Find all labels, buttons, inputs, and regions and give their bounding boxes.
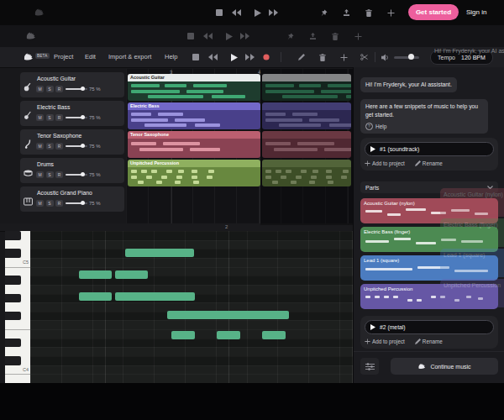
black-key[interactable] (5, 276, 21, 285)
stop-button[interactable] (185, 30, 197, 42)
track-tenor-saxophone[interactable]: Tenor Saxophone M S R 75 % (20, 129, 124, 155)
track-volume-slider[interactable] (66, 202, 87, 205)
clip-tenor-saxophone[interactable]: Tenor Saxophone (128, 131, 260, 158)
add-to-project-button[interactable]: Add to project (365, 160, 405, 166)
midi-note[interactable] (79, 270, 112, 279)
rewind-button[interactable] (230, 7, 242, 18)
solo-button[interactable]: S (46, 200, 54, 207)
record-arm-button[interactable]: R (55, 200, 63, 207)
arrangement-grid[interactable]: 3 4 Acoustic Guitar Electric Bass (126, 69, 353, 225)
menu-help[interactable]: Help (165, 53, 177, 60)
forward-button[interactable] (239, 30, 250, 42)
rename-button[interactable]: Rename (415, 339, 443, 344)
menu-edit[interactable]: Edit (85, 53, 96, 60)
midi-note[interactable] (167, 311, 289, 319)
forward-button[interactable] (267, 7, 279, 18)
rename-button[interactable]: Rename (415, 160, 443, 166)
midi-note[interactable] (262, 331, 286, 339)
part-card-lead-1-square[interactable]: Lead 1 (square) (360, 255, 498, 281)
black-key[interactable] (5, 339, 21, 348)
track-volume-slider[interactable] (66, 117, 87, 119)
record-arm-button[interactable]: R (55, 86, 63, 92)
play-button[interactable] (223, 30, 235, 42)
rewind-button[interactable] (202, 30, 213, 42)
midi-note[interactable] (217, 331, 240, 339)
solo-button[interactable]: S (46, 171, 54, 178)
black-key[interactable] (5, 294, 21, 303)
midi-note[interactable] (171, 331, 195, 339)
share-button[interactable] (340, 7, 352, 18)
add-to-project-button[interactable]: Add to project (365, 339, 405, 344)
mute-button[interactable]: M (36, 200, 44, 207)
mute-button[interactable]: M (36, 171, 44, 178)
speaker-icon[interactable] (380, 51, 391, 63)
share-button[interactable] (307, 30, 318, 42)
piano-roll-grid[interactable] (30, 231, 353, 383)
midi-note[interactable] (79, 292, 112, 301)
clip-acoustic-guitar[interactable]: Acoustic Guitar (128, 74, 260, 101)
black-key[interactable] (5, 231, 21, 240)
snippet-play-pill[interactable]: #1 (soundtrack) (365, 142, 494, 156)
get-started-button[interactable]: Get started (408, 4, 459, 20)
record-arm-button[interactable]: R (55, 114, 63, 121)
track-drums[interactable]: Drums M S R 75 % (20, 158, 124, 183)
trash-button[interactable] (329, 30, 341, 42)
stop-button[interactable] (190, 51, 202, 63)
black-key[interactable] (5, 356, 21, 365)
part-card-electric-bass-finger[interactable]: Electric Bass (finger) (360, 227, 498, 252)
scissors-tool-button[interactable] (358, 51, 370, 63)
forward-button[interactable] (244, 51, 255, 63)
track-acoustic-guitar[interactable]: Acoustic Guitar M S R 75 % (20, 72, 124, 97)
stop-button[interactable] (213, 7, 225, 18)
track-volume-slider[interactable] (66, 88, 87, 91)
record-button[interactable] (260, 51, 272, 63)
track-volume-slider[interactable] (66, 145, 87, 148)
add-button[interactable] (385, 7, 396, 18)
parts-collapsible-header[interactable]: Parts (360, 181, 498, 193)
clip-unpitched-percussion[interactable]: Unpitched Percussion (128, 160, 260, 186)
record-arm-button[interactable]: R (55, 171, 63, 178)
sign-in-button[interactable]: Sign in (461, 4, 491, 20)
mute-button[interactable]: M (36, 143, 44, 150)
add-tool-button[interactable] (338, 51, 349, 63)
master-volume-slider[interactable] (394, 56, 419, 59)
piano-keys[interactable]: C5C4 (5, 231, 30, 383)
continue-music-button[interactable]: Continue music (391, 358, 498, 375)
black-key[interactable] (5, 312, 21, 321)
add-button[interactable] (352, 30, 364, 42)
help-link[interactable]: ? Help (365, 123, 483, 130)
record-arm-button[interactable]: R (55, 143, 63, 150)
settings-sliders-button[interactable] (360, 358, 379, 375)
snippet-play-pill[interactable]: #2 (metal) (365, 320, 494, 334)
play-button[interactable] (228, 51, 240, 63)
rewind-button[interactable] (207, 51, 218, 63)
track-electric-bass[interactable]: Electric Bass M S R 75 % (20, 101, 124, 126)
part-card-acoustic-guitar-nylon[interactable]: Acoustic Guitar (nylon) (360, 198, 498, 223)
menu-import-export[interactable]: Import & export (108, 53, 151, 60)
clip-electric-bass[interactable]: Electric Bass (128, 102, 260, 129)
clip-note (146, 176, 152, 179)
pin-button[interactable] (318, 7, 329, 18)
clip-note (144, 123, 186, 127)
solo-button[interactable]: S (46, 143, 54, 150)
midi-note[interactable] (125, 249, 194, 257)
solo-button[interactable]: S (46, 114, 54, 121)
play-button[interactable] (252, 7, 264, 18)
tempo-control[interactable]: Tempo 120 BPM (430, 50, 493, 65)
track-volume-slider[interactable] (66, 174, 87, 176)
menu-project[interactable]: Project (54, 53, 73, 60)
trash-button[interactable] (363, 7, 375, 18)
mute-button[interactable]: M (36, 114, 44, 121)
midi-note[interactable] (115, 270, 148, 279)
mute-button[interactable]: M (36, 86, 44, 92)
solo-button[interactable]: S (46, 86, 54, 92)
master-volume-knob[interactable] (408, 54, 414, 60)
track-acoustic-grand-piano[interactable]: Acoustic Grand Piano M S R 75 % (20, 186, 124, 212)
black-key[interactable] (5, 249, 21, 258)
track-name: Electric Bass (37, 104, 70, 110)
pin-button[interactable] (284, 30, 296, 42)
pencil-tool-button[interactable] (296, 51, 307, 63)
trash-tool-button[interactable] (317, 51, 328, 63)
part-card-unpitched-percussion[interactable]: Unpitched Percussion (360, 284, 498, 309)
midi-note[interactable] (115, 292, 195, 301)
